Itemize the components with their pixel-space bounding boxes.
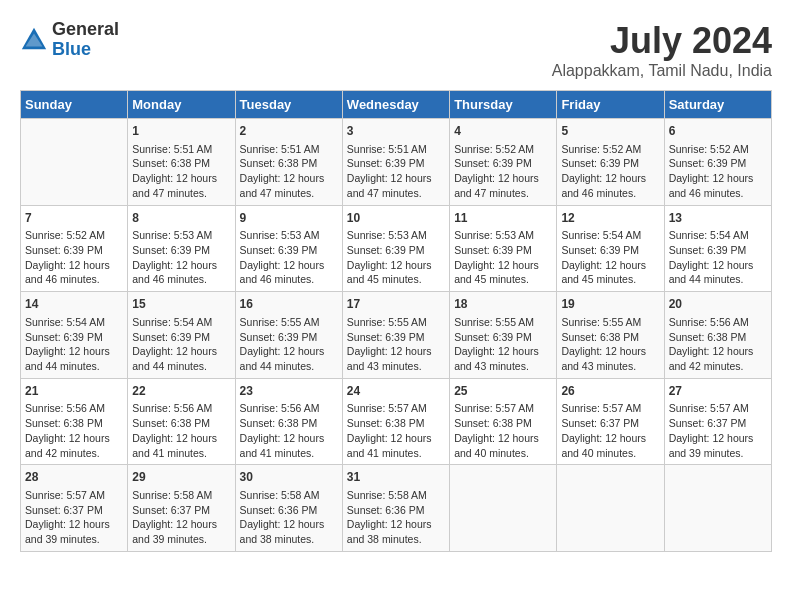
header-row: SundayMondayTuesdayWednesdayThursdayFrid… [21,91,772,119]
cell-text: and 42 minutes. [25,446,123,461]
calendar-cell: 18Sunrise: 5:55 AMSunset: 6:39 PMDayligh… [450,292,557,379]
day-number: 1 [132,123,230,140]
calendar-cell: 23Sunrise: 5:56 AMSunset: 6:38 PMDayligh… [235,378,342,465]
calendar-cell: 29Sunrise: 5:58 AMSunset: 6:37 PMDayligh… [128,465,235,552]
header-day-monday: Monday [128,91,235,119]
day-number: 24 [347,383,445,400]
cell-text: Sunset: 6:38 PM [454,416,552,431]
cell-text: Sunrise: 5:55 AM [240,315,338,330]
day-number: 17 [347,296,445,313]
day-number: 20 [669,296,767,313]
cell-text: Sunset: 6:39 PM [240,243,338,258]
header-day-wednesday: Wednesday [342,91,449,119]
calendar-cell: 25Sunrise: 5:57 AMSunset: 6:38 PMDayligh… [450,378,557,465]
cell-text: Sunset: 6:39 PM [561,156,659,171]
cell-text: Daylight: 12 hours [240,344,338,359]
day-number: 31 [347,469,445,486]
day-number: 13 [669,210,767,227]
cell-text: Daylight: 12 hours [25,517,123,532]
cell-text: Sunrise: 5:56 AM [25,401,123,416]
cell-text: Sunrise: 5:54 AM [669,228,767,243]
day-number: 18 [454,296,552,313]
cell-text: Daylight: 12 hours [454,344,552,359]
cell-text: Daylight: 12 hours [454,258,552,273]
cell-text: Daylight: 12 hours [347,258,445,273]
cell-text: and 46 minutes. [561,186,659,201]
cell-text: and 44 minutes. [669,272,767,287]
cell-text: Sunset: 6:39 PM [347,330,445,345]
logo: General Blue [20,20,119,60]
header-day-saturday: Saturday [664,91,771,119]
calendar-cell: 24Sunrise: 5:57 AMSunset: 6:38 PMDayligh… [342,378,449,465]
cell-text: Sunrise: 5:52 AM [669,142,767,157]
calendar-cell: 20Sunrise: 5:56 AMSunset: 6:38 PMDayligh… [664,292,771,379]
calendar-cell: 11Sunrise: 5:53 AMSunset: 6:39 PMDayligh… [450,205,557,292]
cell-text: and 47 minutes. [240,186,338,201]
cell-text: and 46 minutes. [132,272,230,287]
calendar-cell: 27Sunrise: 5:57 AMSunset: 6:37 PMDayligh… [664,378,771,465]
day-number: 6 [669,123,767,140]
cell-text: Daylight: 12 hours [347,431,445,446]
calendar-cell [557,465,664,552]
cell-text: and 47 minutes. [132,186,230,201]
cell-text: Sunset: 6:37 PM [669,416,767,431]
calendar-cell: 6Sunrise: 5:52 AMSunset: 6:39 PMDaylight… [664,119,771,206]
cell-text: and 38 minutes. [240,532,338,547]
day-number: 10 [347,210,445,227]
cell-text: Daylight: 12 hours [25,258,123,273]
cell-text: Sunrise: 5:57 AM [454,401,552,416]
day-number: 9 [240,210,338,227]
day-number: 8 [132,210,230,227]
cell-text: Daylight: 12 hours [240,431,338,446]
calendar-cell: 5Sunrise: 5:52 AMSunset: 6:39 PMDaylight… [557,119,664,206]
cell-text: Sunrise: 5:52 AM [561,142,659,157]
cell-text: Daylight: 12 hours [347,344,445,359]
cell-text: and 47 minutes. [347,186,445,201]
cell-text: Daylight: 12 hours [669,258,767,273]
cell-text: Sunset: 6:38 PM [132,156,230,171]
cell-text: Daylight: 12 hours [561,344,659,359]
day-number: 26 [561,383,659,400]
cell-text: Sunset: 6:38 PM [561,330,659,345]
calendar-cell: 19Sunrise: 5:55 AMSunset: 6:38 PMDayligh… [557,292,664,379]
cell-text: Daylight: 12 hours [347,517,445,532]
calendar-cell: 10Sunrise: 5:53 AMSunset: 6:39 PMDayligh… [342,205,449,292]
cell-text: Sunrise: 5:53 AM [454,228,552,243]
logo-blue-text: Blue [52,40,119,60]
cell-text: Sunset: 6:39 PM [347,243,445,258]
header-day-friday: Friday [557,91,664,119]
cell-text: and 45 minutes. [347,272,445,287]
day-number: 29 [132,469,230,486]
cell-text: Sunrise: 5:58 AM [132,488,230,503]
cell-text: Sunset: 6:39 PM [132,243,230,258]
day-number: 15 [132,296,230,313]
cell-text: Sunrise: 5:53 AM [347,228,445,243]
main-title: July 2024 [552,20,772,62]
cell-text: Daylight: 12 hours [132,344,230,359]
title-block: July 2024 Alappakkam, Tamil Nadu, India [552,20,772,80]
cell-text: and 39 minutes. [132,532,230,547]
calendar-cell: 22Sunrise: 5:56 AMSunset: 6:38 PMDayligh… [128,378,235,465]
week-row-4: 21Sunrise: 5:56 AMSunset: 6:38 PMDayligh… [21,378,772,465]
day-number: 12 [561,210,659,227]
cell-text: Sunrise: 5:51 AM [347,142,445,157]
week-row-2: 7Sunrise: 5:52 AMSunset: 6:39 PMDaylight… [21,205,772,292]
calendar-cell: 1Sunrise: 5:51 AMSunset: 6:38 PMDaylight… [128,119,235,206]
cell-text: Sunrise: 5:53 AM [240,228,338,243]
cell-text: Sunset: 6:38 PM [347,416,445,431]
calendar-cell: 8Sunrise: 5:53 AMSunset: 6:39 PMDaylight… [128,205,235,292]
cell-text: Daylight: 12 hours [25,344,123,359]
calendar-cell: 13Sunrise: 5:54 AMSunset: 6:39 PMDayligh… [664,205,771,292]
cell-text: Sunrise: 5:57 AM [669,401,767,416]
cell-text: Sunrise: 5:58 AM [347,488,445,503]
header-day-thursday: Thursday [450,91,557,119]
cell-text: Sunset: 6:36 PM [347,503,445,518]
calendar-cell [21,119,128,206]
cell-text: Sunset: 6:38 PM [25,416,123,431]
cell-text: Sunset: 6:38 PM [669,330,767,345]
cell-text: Sunset: 6:39 PM [454,330,552,345]
week-row-5: 28Sunrise: 5:57 AMSunset: 6:37 PMDayligh… [21,465,772,552]
calendar-cell: 12Sunrise: 5:54 AMSunset: 6:39 PMDayligh… [557,205,664,292]
cell-text: Sunset: 6:36 PM [240,503,338,518]
cell-text: and 41 minutes. [132,446,230,461]
